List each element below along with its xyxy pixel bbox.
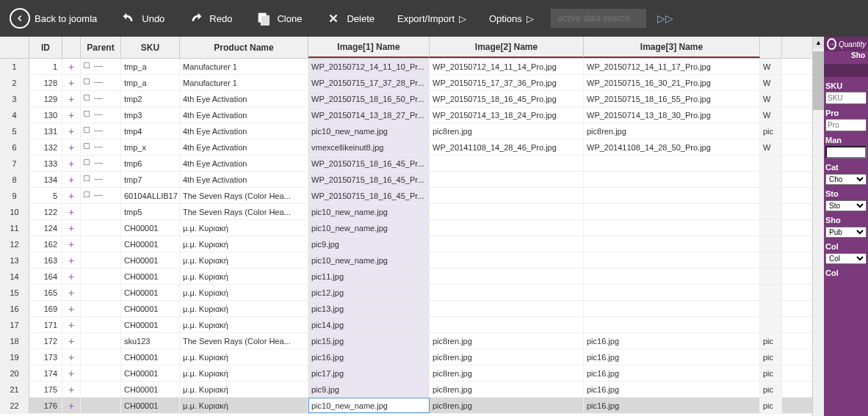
cell-overflow[interactable]: W	[760, 59, 782, 74]
tree-cell[interactable]	[81, 365, 121, 381]
cell-sku[interactable]: tmp6	[121, 156, 180, 171]
cell-sku[interactable]: CH00001	[121, 349, 180, 365]
sku-filter-input[interactable]	[825, 92, 867, 104]
cell-image3[interactable]: pic16.jpg	[584, 382, 760, 397]
table-row[interactable]: 18172+sku123The Seven Rays (Color Hea...…	[0, 333, 812, 349]
tree-cell[interactable]	[81, 398, 121, 413]
tree-cell[interactable]	[81, 252, 121, 268]
cell-id[interactable]: 5	[29, 188, 62, 203]
cell-overflow[interactable]	[760, 220, 782, 236]
cell-product-name[interactable]: Manufacturer 1	[180, 59, 308, 74]
expand-icon[interactable]: +	[62, 382, 81, 397]
cell-image3[interactable]	[584, 220, 760, 236]
search-input[interactable]	[551, 9, 646, 28]
cell-sku[interactable]: CH00001	[121, 236, 180, 252]
row-number[interactable]: 19	[0, 349, 29, 365]
cell-overflow[interactable]: pic	[760, 398, 782, 413]
cell-sku[interactable]: tmp_x	[121, 139, 180, 155]
cell-image3[interactable]	[584, 301, 760, 316]
cell-sku[interactable]: CH00001	[121, 252, 180, 268]
expand-icon[interactable]: +	[62, 123, 81, 139]
cell-product-name[interactable]: 4th Eye Activation	[180, 123, 308, 139]
cell-product-name[interactable]: μ.μ. Κυριακή	[180, 285, 308, 300]
cell-image1[interactable]: WP_20150715_18_16_45_Pr...	[308, 156, 430, 171]
tree-cell[interactable]	[81, 220, 121, 236]
cell-image1[interactable]: vmexcellikeinut8.jpg	[308, 139, 430, 155]
cell-id[interactable]: 172	[29, 333, 62, 349]
header-rownum[interactable]	[0, 37, 29, 58]
header-overflow[interactable]	[760, 37, 782, 58]
undo-button[interactable]: Undo	[114, 6, 170, 31]
cell-image2[interactable]	[430, 252, 584, 268]
expand-icon[interactable]: +	[62, 188, 81, 203]
expand-icon[interactable]: +	[62, 333, 81, 349]
cell-image3[interactable]: WP_20150715_18_16_55_Pro.jpg	[584, 91, 760, 106]
cell-id[interactable]: 173	[29, 349, 62, 365]
cell-image1[interactable]: pic14.jpg	[308, 317, 430, 332]
cell-image2[interactable]	[430, 204, 584, 219]
cell-image1[interactable]: pic12.jpg	[308, 285, 430, 300]
cell-id[interactable]: 129	[29, 91, 62, 106]
cell-product-name[interactable]: 4th Eye Activation	[180, 139, 308, 155]
export-import-button[interactable]: Export/Import ▷	[391, 10, 472, 28]
cell-overflow[interactable]: pic	[760, 349, 782, 365]
row-number[interactable]: 3	[0, 91, 29, 106]
tree-cell[interactable]	[81, 59, 121, 74]
tree-cell[interactable]	[81, 91, 121, 106]
cell-id[interactable]: 169	[29, 301, 62, 316]
expand-icon[interactable]: +	[62, 398, 81, 413]
tree-cell[interactable]	[81, 333, 121, 349]
row-number[interactable]: 22	[0, 398, 29, 413]
cell-image2[interactable]: WP_20150714_13_18_24_Pro.jpg	[430, 107, 584, 123]
cell-image3[interactable]	[584, 156, 760, 171]
tree-cell[interactable]	[81, 156, 121, 171]
cell-product-name[interactable]: The Seven Rays (Color Hea...	[180, 188, 308, 203]
cell-sku[interactable]: CH00001	[121, 382, 180, 397]
cell-image3[interactable]	[584, 269, 760, 284]
cell-product-name[interactable]: The Seven Rays (Color Hea...	[180, 204, 308, 219]
cell-image3[interactable]: pic16.jpg	[584, 333, 760, 349]
cell-image1[interactable]: pic11.jpg	[308, 269, 430, 284]
cell-image1[interactable]: WP_20150714_13_18_27_Pr...	[308, 107, 430, 123]
cell-id[interactable]: 171	[29, 317, 62, 332]
cell-image2[interactable]: WP_20141108_14_28_46_Pro.jpg	[430, 139, 584, 155]
cell-image3[interactable]: WP_20150712_14_11_17_Pro.jpg	[584, 59, 760, 74]
cell-id[interactable]: 164	[29, 269, 62, 284]
cell-image2[interactable]	[430, 172, 584, 187]
table-row[interactable]: 20174+CH00001μ.μ. Κυριακήpic17.jpgpic8re…	[0, 365, 812, 382]
cell-image3[interactable]	[584, 252, 760, 268]
cell-id[interactable]: 174	[29, 365, 62, 381]
shop-filter-select[interactable]: Pub	[825, 227, 867, 238]
cell-image1[interactable]: WP_20150715_18_16_45_Pr...	[308, 172, 430, 187]
cell-product-name[interactable]: 4th Eye Activation	[180, 156, 308, 171]
cell-image1[interactable]: pic10_new_name.jpg	[308, 252, 430, 268]
cell-sku[interactable]: tmp_a	[121, 59, 180, 74]
cell-image1[interactable]: WP_20150715_17_37_28_Pr...	[308, 75, 430, 90]
expand-arrow-icon[interactable]: →	[827, 38, 836, 50]
tree-cell[interactable]	[81, 139, 121, 155]
scroll-thumb[interactable]	[813, 51, 824, 110]
tree-cell[interactable]	[81, 269, 121, 284]
cell-overflow[interactable]	[760, 156, 782, 171]
cell-id[interactable]: 128	[29, 75, 62, 90]
cell-id[interactable]: 1	[29, 59, 62, 74]
cell-overflow[interactable]: W	[760, 139, 782, 155]
cell-image3[interactable]: pic16.jpg	[584, 349, 760, 365]
cell-image2[interactable]: WP_20150715_17_37_36_Pro.jpg	[430, 75, 584, 90]
cell-image1[interactable]: WP_20150715_18_16_45_Pr...	[308, 188, 430, 203]
cell-overflow[interactable]: W	[760, 75, 782, 90]
expand-icon[interactable]: +	[62, 204, 81, 219]
cell-sku[interactable]: CH00001	[121, 220, 180, 236]
expand-icon[interactable]: +	[62, 236, 81, 252]
expand-icon[interactable]: +	[62, 285, 81, 300]
cell-id[interactable]: 131	[29, 123, 62, 139]
row-number[interactable]: 11	[0, 220, 29, 236]
cell-overflow[interactable]	[760, 188, 782, 203]
cell-sku[interactable]: CH00001	[121, 301, 180, 316]
cell-image2[interactable]: pic8ren.jpg	[430, 365, 584, 381]
cell-image3[interactable]	[584, 188, 760, 203]
table-row[interactable]: 14164+CH00001μ.μ. Κυριακήpic11.jpg	[0, 269, 812, 285]
expand-icon[interactable]: +	[62, 317, 81, 332]
tree-cell[interactable]	[81, 236, 121, 252]
cell-id[interactable]: 132	[29, 139, 62, 155]
